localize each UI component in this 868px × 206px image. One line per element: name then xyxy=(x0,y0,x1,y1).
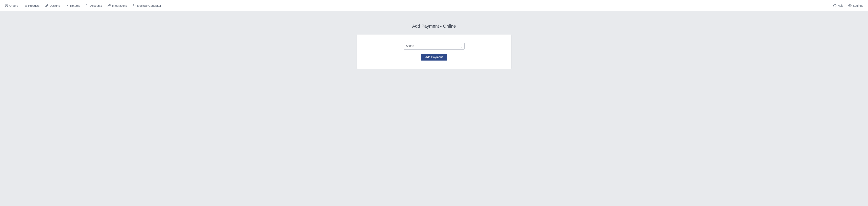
nav-item-accounts[interactable]: Accounts xyxy=(86,3,102,8)
info-icon xyxy=(833,4,836,7)
nav-item-designs[interactable]: Designs xyxy=(45,3,60,8)
nav-orders-label: Orders xyxy=(9,4,18,7)
nav-item-products[interactable]: Products xyxy=(24,3,39,8)
amount-input[interactable] xyxy=(404,43,465,49)
nav-designs-label: Designs xyxy=(50,4,60,7)
nav-help-label: Help xyxy=(838,4,844,7)
navbar: Orders Products Designs Returns xyxy=(0,0,868,11)
svg-rect-1 xyxy=(6,6,7,7)
nav-accounts-label: Accounts xyxy=(90,4,102,7)
chevron-right-icon xyxy=(66,4,69,7)
nav-item-orders[interactable]: Orders xyxy=(5,3,18,8)
amount-input-wrapper: ▲ ▼ xyxy=(404,43,465,49)
printer-icon xyxy=(5,4,8,7)
nav-mockup-generator-label: MockUp Generator xyxy=(137,4,161,7)
pencil-icon xyxy=(45,4,49,7)
page-container: Add Payment - Online ▲ ▼ Add Payment xyxy=(357,24,512,69)
link-icon xyxy=(107,4,111,7)
spinner-up-button[interactable]: ▲ xyxy=(461,44,463,46)
folder-icon xyxy=(86,4,89,7)
nav-right: Help Settings xyxy=(833,3,863,8)
page-title: Add Payment - Online xyxy=(357,24,512,29)
nav-item-settings[interactable]: Settings xyxy=(848,3,863,8)
gear-icon xyxy=(848,4,851,7)
bracket-icon xyxy=(132,4,136,7)
nav-item-integrations[interactable]: Integrations xyxy=(107,3,127,8)
svg-point-11 xyxy=(849,5,850,6)
main-content: Add Payment - Online ▲ ▼ Add Payment xyxy=(0,11,868,206)
add-payment-button[interactable]: Add Payment xyxy=(421,54,447,61)
nav-left: Orders Products Designs Returns xyxy=(5,3,161,8)
nav-returns-label: Returns xyxy=(70,4,80,7)
list-icon xyxy=(24,4,27,7)
nav-integrations-label: Integrations xyxy=(112,4,127,7)
spinner-buttons: ▲ ▼ xyxy=(461,44,463,49)
nav-products-label: Products xyxy=(28,4,39,7)
payment-card: ▲ ▼ Add Payment xyxy=(357,35,512,69)
nav-settings-label: Settings xyxy=(853,4,863,7)
nav-item-mockup-generator[interactable]: MockUp Generator xyxy=(132,3,161,8)
nav-item-help[interactable]: Help xyxy=(833,3,844,8)
nav-item-returns[interactable]: Returns xyxy=(66,3,80,8)
spinner-down-button[interactable]: ▼ xyxy=(461,46,463,49)
